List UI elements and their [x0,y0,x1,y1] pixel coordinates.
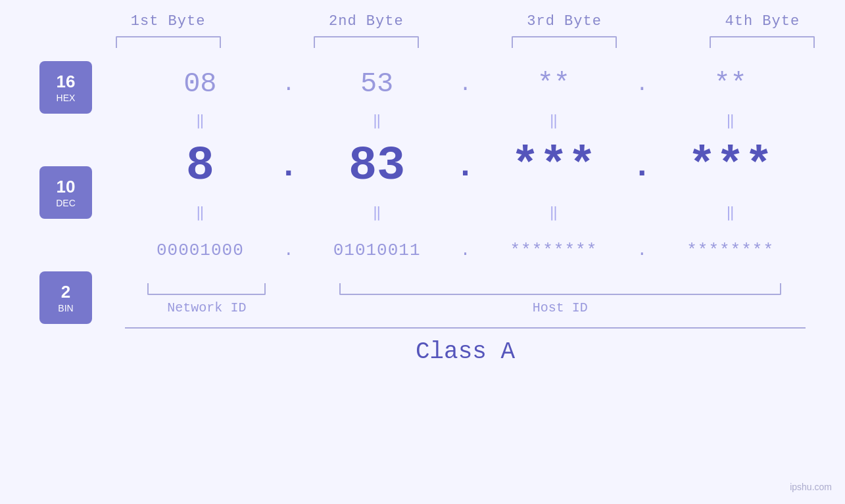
hex-badge-number: 16 [57,72,76,92]
network-id-label: Network ID [125,300,289,315]
bracket-byte2 [314,36,419,48]
bin-dot2: . [460,241,471,260]
dec-dot2: . [455,148,475,185]
host-id-label: Host ID [315,300,806,315]
dec-badge: 10 DEC [39,166,92,219]
bin-b1-cell: 00001000 [125,241,276,260]
dec-dot1: . [279,148,299,185]
bin-sep1: . [276,241,302,260]
hex-dot2: . [459,72,471,97]
top-brackets [82,36,845,48]
hex-b2-value: 53 [360,68,393,100]
bin-dot1: . [283,241,294,260]
eq7-icon: ‖ [549,204,558,221]
host-bottom-bracket [339,283,781,295]
eq6-cell: ‖ [302,199,452,225]
bin-b3-value: ******** [510,241,597,260]
eq1-cell: ‖ [125,107,276,133]
network-bracket-wrapper [125,283,289,295]
id-labels-row: Network ID Host ID [125,300,806,315]
hex-b4-value: ** [713,68,746,100]
eq3-icon: ‖ [549,112,558,129]
equals-row-1: ‖ ‖ ‖ ‖ [125,107,806,133]
bin-badge-number: 2 [61,282,70,302]
dec-dot3: . [632,148,652,185]
hex-sep3: . [629,72,655,97]
eq6-icon: ‖ [373,204,381,221]
class-label: Class A [416,338,515,365]
eq4-icon: ‖ [726,112,735,129]
byte-headers: 1st Byte 2nd Byte 3rd Byte 4th Byte [82,13,845,30]
hex-dot3: . [636,72,648,97]
bin-row: 00001000 . 01010011 . ******** . [125,225,806,278]
byte3-header: 3rd Byte [479,13,650,30]
hex-dot1: . [282,72,295,97]
main-container: 1st Byte 2nd Byte 3rd Byte 4th Byte 16 [0,0,845,504]
data-columns: 08 . 53 . ** . ** [125,55,806,365]
equals-row-2: ‖ ‖ ‖ ‖ [125,199,806,225]
dec-sep3: . [629,148,655,185]
hex-b3-cell: ** [479,68,629,100]
dec-b2-value: 83 [349,139,405,193]
dec-b1-value: 8 [186,139,214,193]
eq4-cell: ‖ [655,107,806,133]
hex-b1-value: 08 [183,68,216,100]
bin-b2-cell: 01010011 [302,241,452,260]
dec-b4-cell: *** [655,139,806,193]
bin-b4-cell: ******** [655,241,806,260]
hex-sep1: . [276,72,302,97]
dec-badge-number: 10 [57,177,76,197]
eq1-icon: ‖ [196,112,205,129]
hex-b1-cell: 08 [125,68,276,100]
dec-sep2: . [452,148,479,185]
bin-b2-value: 01010011 [333,241,421,260]
badges-column: 16 HEX 10 DEC 2 BIN [39,55,125,377]
dec-row: 8 . 83 . *** . *** [125,133,806,199]
eq5-cell: ‖ [125,199,276,225]
eq2-icon: ‖ [373,112,381,129]
dec-b2-cell: 83 [302,139,452,193]
eq8-icon: ‖ [726,204,735,221]
dec-sep1: . [276,148,302,185]
eq7-cell: ‖ [479,199,629,225]
bracket-byte1 [116,36,221,48]
bin-badge: 2 BIN [39,271,92,324]
bin-dot3: . [637,241,647,260]
hex-row: 08 . 53 . ** . ** [125,55,806,107]
bin-sep3: . [629,241,655,260]
hex-badge-label: HEX [57,93,76,103]
bracket-byte3 [512,36,617,48]
bottom-brackets-container [125,283,806,295]
bin-b4-value: ******** [687,241,774,260]
class-section: Class A [125,327,806,365]
byte1-header: 1st Byte [82,13,254,30]
eq3-cell: ‖ [479,107,629,133]
dec-b3-cell: *** [479,139,629,193]
bracket-byte4 [710,36,815,48]
bin-b3-cell: ******** [479,241,629,260]
byte2-header: 2nd Byte [280,13,452,30]
dec-badge-label: DEC [56,198,76,208]
bin-badge-label: BIN [58,303,73,313]
eq8-cell: ‖ [655,199,806,225]
hex-badge: 16 HEX [39,61,92,114]
watermark: ipshu.com [790,482,832,492]
hex-sep2: . [452,72,479,97]
hex-b3-value: ** [537,68,570,100]
hex-b2-cell: 53 [302,68,452,100]
host-bracket-wrapper [315,283,806,295]
byte4-header: 4th Byte [677,13,845,30]
bin-b1-value: 00001000 [157,241,244,260]
hex-b4-cell: ** [655,68,806,100]
eq5-icon: ‖ [196,204,205,221]
network-bottom-bracket [147,283,266,295]
dec-b1-cell: 8 [125,139,276,193]
dec-b3-value: *** [511,139,596,193]
eq2-cell: ‖ [302,107,452,133]
bin-sep2: . [452,241,479,260]
main-content: 16 HEX 10 DEC 2 BIN 08 . [39,55,806,491]
dec-b4-value: *** [688,139,773,193]
